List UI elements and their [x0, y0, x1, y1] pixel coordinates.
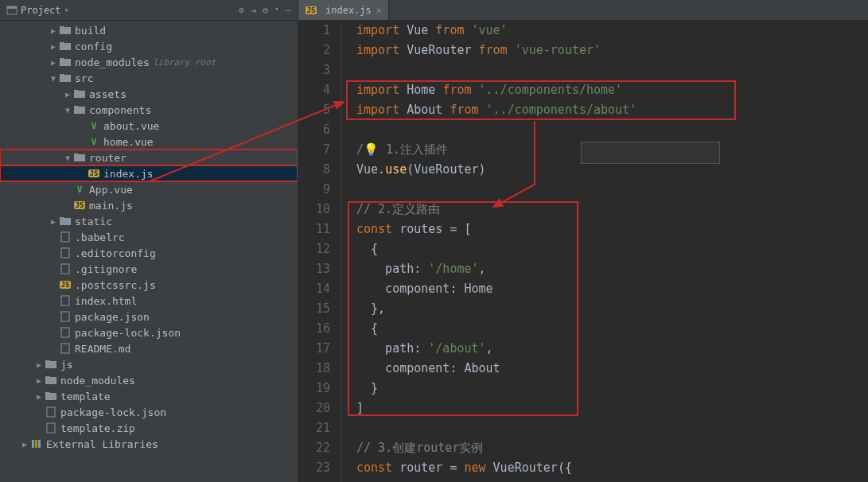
tree-item[interactable]: .editorconfig	[0, 245, 298, 261]
code-content[interactable]: import Vue from 'vue'import VueRouter fr…	[342, 21, 868, 482]
svg-rect-4	[61, 264, 69, 274]
tree-item[interactable]: package-lock.json	[0, 325, 298, 340]
tree-item-label: build	[75, 25, 106, 37]
code-line[interactable]: /💡 1.注入插件	[356, 140, 868, 160]
code-line[interactable]: {	[356, 319, 868, 339]
code-line[interactable]: {	[356, 239, 868, 259]
code-line[interactable]: import VueRouter from 'vue-router'	[356, 41, 868, 60]
code-line[interactable]: // 2.定义路由	[356, 200, 868, 220]
chevron-icon[interactable]: ▼	[62, 106, 73, 115]
code-line[interactable]: const router = new VueRouter({	[356, 458, 868, 478]
tree-item[interactable]: ▼router	[0, 150, 298, 165]
tree-item-label: static	[75, 216, 112, 227]
code-line[interactable]: ]	[356, 398, 868, 418]
code-line[interactable]: Vue.use(VueRouter)	[356, 160, 868, 180]
code-line[interactable]: component: About	[356, 359, 868, 379]
tree-item[interactable]: JSindex.js	[0, 165, 298, 181]
line-number: 1	[298, 21, 330, 41]
tab-index-js[interactable]: JS index.js ×	[298, 0, 389, 20]
target-icon[interactable]: ⊕	[239, 5, 244, 16]
project-sidebar: Project ▾ ⊕ ⇥ ⚙ ▾ — ▶build▶config▶node_m…	[0, 0, 298, 482]
code-line[interactable]: // 3.创建router实例	[356, 438, 868, 458]
tree-item[interactable]: ▶node_moduleslibrary root	[0, 54, 298, 70]
tree-item[interactable]: Vhome.vue	[0, 134, 298, 150]
code-line[interactable]	[356, 60, 868, 80]
tree-item[interactable]: ▶build	[0, 22, 298, 38]
svg-rect-10	[47, 423, 55, 433]
line-number: 12	[298, 239, 330, 259]
chevron-icon[interactable]: ▶	[48, 58, 59, 67]
folder-icon	[59, 40, 72, 52]
collapse-icon[interactable]: —	[286, 5, 291, 16]
chevron-icon[interactable]: ▶	[48, 26, 59, 35]
tab-label: index.js	[325, 5, 372, 16]
tree-item-label: node_modules	[60, 375, 135, 387]
chevron-icon[interactable]: ▶	[19, 440, 30, 449]
code-line[interactable]: component: Home	[356, 279, 868, 299]
chevron-icon[interactable]: ▶	[62, 90, 73, 99]
line-number: 22	[298, 438, 330, 458]
tree-item-label: main.js	[89, 200, 133, 212]
code-line[interactable]: import Home from '../components/home'	[356, 80, 868, 100]
svg-rect-8	[61, 344, 69, 353]
tree-item[interactable]: JSmain.js	[0, 197, 298, 213]
chevron-icon[interactable]: ▼	[48, 74, 59, 83]
tree-item[interactable]: VApp.vue	[0, 181, 298, 197]
folder-icon	[59, 72, 72, 84]
code-line[interactable]: },	[356, 299, 868, 319]
code-line[interactable]: import Vue from 'vue'	[356, 21, 868, 41]
file-icon	[59, 247, 72, 259]
tree-item[interactable]: ▶js	[0, 356, 298, 372]
tree-item[interactable]: package.json	[0, 309, 298, 325]
tree-item[interactable]: ▶static	[0, 213, 298, 229]
tree-item[interactable]: package-lock.json	[0, 404, 298, 420]
tree-item[interactable]: ▼src	[0, 70, 298, 86]
tree-item[interactable]: ▼components	[0, 102, 298, 118]
vue-icon: V	[88, 119, 100, 132]
close-icon[interactable]: ×	[376, 5, 382, 16]
gear-icon[interactable]: ⚙	[263, 5, 268, 16]
tree-item[interactable]: index.html	[0, 293, 298, 309]
line-number: 4	[298, 80, 330, 100]
tree-item-label: index.js	[103, 168, 154, 180]
chevron-icon[interactable]: ▶	[33, 360, 45, 369]
project-tree[interactable]: ▶build▶config▶node_moduleslibrary root▼s…	[0, 21, 298, 482]
code-line[interactable]: path: '/about',	[356, 339, 868, 359]
chevron-icon[interactable]: ▶	[48, 42, 59, 51]
code-line[interactable]: const routes = [	[356, 220, 868, 239]
line-number: 21	[298, 418, 330, 438]
chevron-icon[interactable]: ▶	[33, 392, 45, 401]
code-line[interactable]	[356, 418, 868, 438]
tree-item[interactable]: ▶External Libraries	[0, 436, 298, 452]
code-line[interactable]: }	[356, 379, 868, 398]
tree-item[interactable]: Vabout.vue	[0, 118, 298, 134]
tree-item[interactable]: .babelrc	[0, 229, 298, 245]
tree-item[interactable]: JS.postcssrc.js	[0, 277, 298, 293]
tree-item[interactable]: README.md	[0, 340, 298, 356]
code-area[interactable]: 1234567891011121314151617181920212223 im…	[298, 21, 868, 482]
chevron-icon[interactable]: ▶	[33, 376, 45, 385]
folder-icon	[59, 215, 72, 227]
tree-item-label: External Libraries	[46, 438, 158, 450]
tree-item-label: home.vue	[103, 136, 154, 148]
code-line[interactable]: import About from '../components/about'	[356, 100, 868, 120]
line-number: 5	[298, 100, 330, 120]
gear-dropdown-icon[interactable]: ▾	[274, 5, 278, 16]
chevron-icon[interactable]: ▶	[48, 217, 59, 226]
folder-icon	[73, 151, 86, 164]
code-line[interactable]	[356, 120, 868, 140]
gutter: 1234567891011121314151617181920212223	[298, 21, 342, 482]
tree-item[interactable]: ▶assets	[0, 86, 298, 102]
expand-icon[interactable]: ⇥	[251, 5, 256, 16]
code-line[interactable]	[356, 180, 868, 200]
tree-item[interactable]: ▶config	[0, 38, 298, 54]
tree-item[interactable]: .gitignore	[0, 261, 298, 277]
line-number: 13	[298, 259, 330, 279]
chevron-icon[interactable]: ▼	[62, 154, 73, 162]
tree-item[interactable]: template.zip	[0, 420, 298, 436]
tree-item[interactable]: ▶template	[0, 388, 298, 404]
tree-item[interactable]: ▶node_modules	[0, 372, 298, 388]
tree-item-label: template.zip	[60, 422, 135, 434]
tree-item-label: assets	[89, 88, 127, 100]
code-line[interactable]: path: '/home',	[356, 259, 868, 279]
